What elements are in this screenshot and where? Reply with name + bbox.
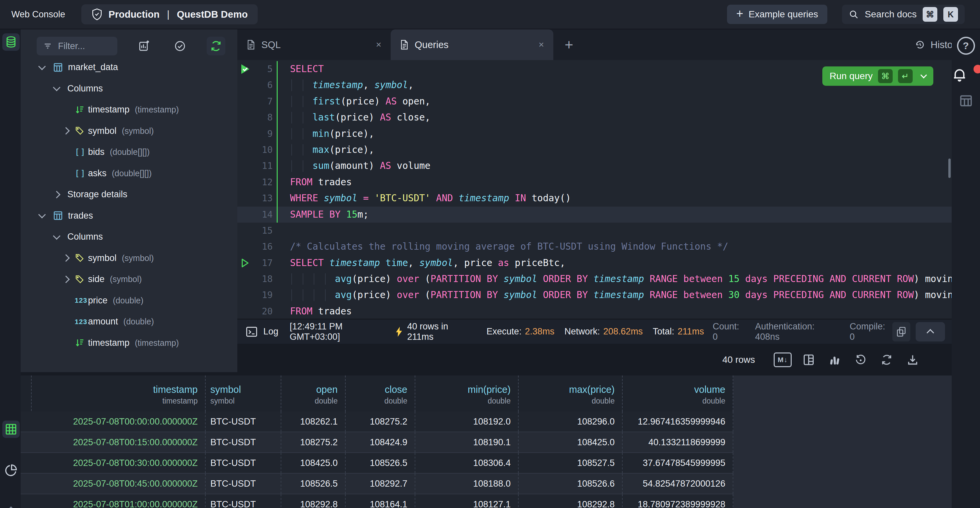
code-line[interactable]: 17SELECT timestamp time, symbol, price a…	[237, 255, 952, 271]
help-button[interactable]: ?	[957, 37, 975, 55]
database-nav-button[interactable]	[2, 34, 20, 51]
example-queries-button[interactable]: + Example queries	[727, 5, 828, 24]
chevron-down-icon[interactable]	[920, 72, 927, 78]
tree-item-bids[interactable]: [] bids (double[][])	[21, 142, 237, 163]
indent-guide	[291, 273, 292, 285]
layout-columns-button[interactable]	[799, 350, 818, 369]
tree-item-price[interactable]: 123 price (double)	[21, 290, 237, 312]
code-line[interactable]: 13WHERE symbol = 'BTC-USDT' AND timestam…	[237, 190, 952, 206]
column-header-volume[interactable]: volumedouble	[623, 375, 733, 412]
environment-pill[interactable]: Production | QuestDB Demo	[81, 4, 258, 24]
editor-gutter: 6	[237, 77, 277, 93]
editor-gutter: 15	[237, 223, 277, 239]
close-icon[interactable]: ×	[376, 39, 381, 50]
line-number: 13	[237, 190, 277, 206]
tree-item-storage-details[interactable]: Storage details	[21, 184, 237, 205]
tree-item-symbol[interactable]: symbol (symbol)	[21, 120, 237, 142]
collapse-log-button[interactable]	[916, 322, 945, 342]
chevron-right-icon[interactable]	[62, 275, 70, 283]
column-header-timestamp[interactable]: timestamptimestamp	[21, 375, 206, 412]
column-header-min-price[interactable]: min(price)double	[415, 375, 519, 412]
run-line-icon[interactable]	[239, 258, 250, 268]
close-icon[interactable]: ×	[539, 39, 544, 50]
new-tab-button[interactable]: +	[565, 37, 573, 52]
refresh-icon	[881, 354, 892, 366]
log-timestamp: [12:49:11 PM GMT+03:00]	[290, 321, 395, 342]
query-success-icon[interactable]	[239, 63, 251, 75]
add-metrics-button[interactable]	[135, 37, 153, 55]
tab-sql[interactable]: SQL ×	[237, 29, 391, 60]
copy-log-button[interactable]	[892, 322, 910, 342]
column-header-close[interactable]: closedouble	[346, 375, 415, 412]
table-row[interactable]: 2025-07-08T00:15:00.000000Z BTC-USDT 108…	[21, 432, 733, 453]
search-docs-button[interactable]: Search docs ⌘ K	[842, 5, 965, 24]
refresh-schema-button[interactable]	[207, 37, 225, 55]
column-header-symbol[interactable]: symbolsymbol	[206, 375, 282, 412]
column-header-open[interactable]: opendouble	[282, 375, 346, 412]
download-results-button[interactable]	[903, 350, 922, 369]
log-label: Log	[263, 326, 278, 337]
table-panel-button[interactable]	[959, 93, 973, 108]
code-line[interactable]: 20FROM trades	[237, 304, 952, 319]
indent-guide	[325, 289, 326, 301]
table-row[interactable]: 2025-07-08T01:00:00.000000Z BTC-USDT 108…	[21, 494, 733, 508]
chevron-down-icon[interactable]	[53, 232, 60, 240]
tree-item-symbol[interactable]: symbol (symbol)	[21, 248, 237, 269]
indent-guide	[303, 128, 303, 139]
app-title: Web Console	[11, 10, 65, 20]
code-line[interactable]: 12FROM trades	[237, 174, 952, 190]
filter-input[interactable]	[57, 41, 105, 52]
chevron-right-icon[interactable]	[53, 190, 60, 198]
tree-item-timestamp[interactable]: timestamp (timestamp)	[21, 332, 237, 354]
editor-scrollbar[interactable]	[948, 158, 951, 178]
code-line[interactable]: 19 avg(price) over (PARTITION BY symbol …	[237, 287, 952, 303]
tab-queries[interactable]: Queries ×	[391, 29, 553, 60]
chevron-down-icon[interactable]	[38, 62, 46, 70]
markdown-export-button[interactable]: M↓	[773, 350, 792, 369]
refresh-results-button[interactable]	[877, 350, 896, 369]
code-line[interactable]: 15	[237, 223, 952, 239]
editor-gutter: 20	[237, 304, 277, 319]
tree-item-market_data[interactable]: market_data	[21, 57, 237, 78]
restore-query-button[interactable]	[851, 350, 870, 369]
code-area[interactable]: 5SELECT6 timestamp, symbol,7 first(price…	[237, 60, 952, 319]
table-row[interactable]: 2025-07-08T00:45:00.000000Z BTC-USDT 108…	[21, 474, 733, 494]
code-line[interactable]: 14SAMPLE BY 15m;	[237, 207, 952, 223]
code-line[interactable]: 18 avg(price) over (PARTITION BY symbol …	[237, 271, 952, 287]
code-line[interactable]: 11 sum(amount) AS volume	[237, 158, 952, 174]
tree-item-timestamp[interactable]: timestamp (timestamp)	[21, 99, 237, 120]
chevron-right-icon[interactable]	[62, 127, 70, 135]
code-line[interactable]: 10 max(price),	[237, 142, 952, 158]
import-icon	[4, 505, 18, 508]
select-tables-button[interactable]	[171, 37, 189, 55]
file-icon	[400, 40, 409, 50]
column-header-max-price[interactable]: max(price)double	[519, 375, 623, 412]
code-line[interactable]: 9 min(price),	[237, 126, 952, 142]
kbd-k: K	[943, 7, 958, 22]
tree-item-asks[interactable]: [] asks (double[][])	[21, 163, 237, 184]
code-line[interactable]: 8 last(price) AS close,	[237, 109, 952, 126]
sql-editor[interactable]: 5SELECT6 timestamp, symbol,7 first(price…	[237, 60, 952, 319]
chevron-right-icon[interactable]	[62, 254, 70, 262]
pie-chart-view-button[interactable]	[2, 462, 20, 479]
table-row[interactable]: 2025-07-08T00:30:00.000000Z BTC-USDT 108…	[21, 453, 733, 474]
chevron-down-icon[interactable]	[38, 211, 46, 219]
line-number: 12	[237, 174, 277, 190]
left-rail	[0, 29, 21, 508]
grafana-button[interactable]	[825, 350, 844, 369]
tree-item-amount[interactable]: 123 amount (double)	[21, 311, 237, 332]
filter-input-box[interactable]	[37, 37, 117, 55]
import-button[interactable]	[2, 503, 20, 508]
grid-view-button[interactable]	[2, 420, 20, 438]
tree-item-trades[interactable]: trades	[21, 205, 237, 227]
tree-item-columns[interactable]: Columns	[21, 226, 237, 248]
tag-icon	[75, 274, 88, 284]
code-line[interactable]: 7 first(price) AS open,	[237, 93, 952, 109]
run-query-button[interactable]: Run query ⌘ ↵	[822, 66, 933, 86]
tree-item-columns[interactable]: Columns	[21, 78, 237, 99]
code-line[interactable]: 16/* Calculates the rolling moving avera…	[237, 239, 952, 255]
chevron-down-icon[interactable]	[53, 84, 60, 91]
tree-item-side[interactable]: side (symbol)	[21, 269, 237, 290]
table-row[interactable]: 2025-07-08T00:00:00.000000Z BTC-USDT 108…	[21, 412, 733, 432]
notifications-button[interactable]	[952, 67, 980, 83]
